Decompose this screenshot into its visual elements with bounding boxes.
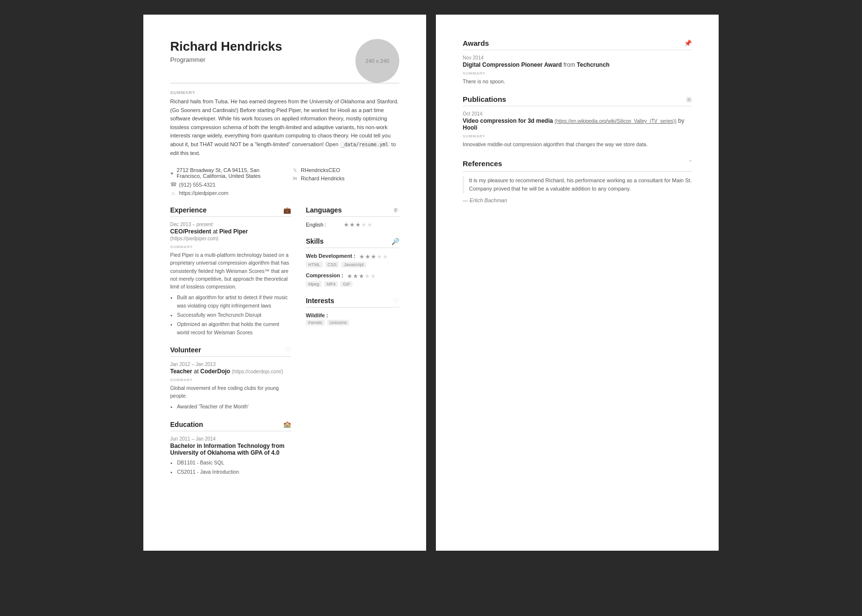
left-page: Richard Hendricks Programmer 240 x 240 S…	[143, 15, 426, 551]
edu-bullets: DB1101 - Basic SQL CS2011 - Java Introdu…	[170, 459, 291, 476]
experience-icon: 💼	[283, 207, 291, 214]
award-summary-label: SUMMARY	[463, 71, 692, 76]
photo-placeholder: 240 x 240	[355, 39, 399, 83]
publication-entry: Oct 2014 Video compression for 3d media …	[463, 111, 692, 148]
vol-role: Teacher at CoderDojo (https://coderdojo.…	[170, 368, 291, 375]
home-icon: ⌂	[170, 190, 176, 196]
awards-title: Awards	[463, 39, 489, 47]
right-page: Awards 📌 Nov 2014 Digital Compression Pi…	[436, 15, 719, 551]
webdev-tags: HTML CSS Javascript	[306, 262, 399, 268]
exp-bullets: Built an algorithm for artist to detect …	[170, 293, 291, 336]
skills-title: Skills	[306, 237, 324, 245]
summary-section: SUMMARY Richard hails from Tulsa. He has…	[170, 90, 399, 157]
volunteer-title: Volunteer	[170, 346, 201, 354]
interests-icon: ♡	[393, 297, 399, 305]
education-section: Education 🏫 Jun 2011 – Jan 2014 Bachelor…	[170, 421, 291, 476]
interest-wildlife: Wildlife : Ferrets Unicorns	[306, 312, 399, 326]
language-english: English :	[306, 222, 399, 228]
languages-title: Languages	[306, 206, 342, 214]
publications-section: Publications ▣ Oct 2014 Video compressio…	[463, 95, 692, 148]
edu-bullet-2: CS2011 - Java Introduction	[177, 468, 291, 476]
languages-icon: 🗣	[393, 207, 399, 214]
summary-label: SUMMARY	[170, 90, 399, 95]
exp-summary-label: SUMMARY	[170, 245, 291, 249]
skills-icon: 🔎	[392, 238, 399, 245]
wildlife-tags: Ferrets Unicorns	[306, 320, 399, 326]
edu-degree: Bachelor in Information Technology from …	[170, 443, 291, 456]
pub-date: Oct 2014	[463, 111, 692, 116]
vol-date: Jan 2012 – Jan 2013	[170, 362, 291, 367]
vol-bullets: Awarded 'Teacher of the Month'	[170, 403, 291, 410]
skill-webdev: Web Development : HTML CSS Javascript	[306, 253, 399, 268]
summary-text: Richard hails from Tulsa. He has earned …	[170, 97, 399, 157]
references-section: References ” It is my pleasure to recomm…	[463, 158, 692, 203]
interests-title: Interests	[306, 297, 334, 305]
award-description: There is no spoon.	[463, 77, 692, 85]
phone-link[interactable]: (912) 555-4321	[179, 182, 216, 188]
compression-tags: Mpeg MP4 GIF	[306, 281, 399, 287]
volunteer-icon: ♡	[285, 346, 291, 353]
twitter-icon: 𝕏	[292, 168, 298, 173]
skill-compression: Compression : Mpeg MP4 GIF	[306, 272, 399, 287]
pub-link[interactable]: (https://en.wikipedia.org/wiki/Silicon_V…	[555, 118, 677, 124]
website-link[interactable]: https://piedpiper.com	[179, 190, 229, 196]
compression-stars	[347, 274, 375, 279]
webdev-stars	[359, 254, 388, 259]
vol-description: Global movement of free coding clubs for…	[170, 384, 291, 400]
contact-linkedin: in Richard Hendricks	[292, 175, 399, 181]
awards-icon: 📌	[684, 39, 692, 47]
exp-role: CEO/President at Pied Piper (https://pie…	[170, 228, 291, 242]
volunteer-entry: Jan 2012 – Jan 2013 Teacher at CoderDojo…	[170, 362, 291, 411]
linkedin-icon: in	[292, 176, 298, 181]
experience-title: Experience	[170, 206, 207, 214]
vol-company-link[interactable]: (https://coderdojo.com/)	[232, 369, 283, 374]
pub-description: Innovative middle-out compression algori…	[463, 140, 692, 148]
reference-entry: It is my pleasure to recommend Richard, …	[463, 176, 692, 203]
skills-section: Skills 🔎 Web Development :	[306, 237, 399, 287]
exp-bullet-3: Optimized an algorithm that holds the cu…	[177, 320, 291, 336]
contact-phone: ☎ (912) 555-4321	[170, 181, 277, 188]
contact-address: ● 2712 Broadway St, CA 94115, San Franci…	[170, 167, 277, 179]
exp-date: Dec 2013 – present	[170, 222, 291, 227]
exp-company-link[interactable]: (https://piedpiper.com)	[170, 236, 218, 241]
exp-bullet-1: Built an algorithm for artist to detect …	[177, 293, 291, 309]
person-name: Richard Hendricks	[170, 39, 282, 54]
volunteer-section: Volunteer ♡ Jan 2012 – Jan 2013 Teacher …	[170, 346, 291, 411]
award-title: Digital Compression Pioneer Award from T…	[463, 61, 692, 68]
phone-icon: ☎	[170, 181, 176, 188]
award-entry: Nov 2014 Digital Compression Pioneer Awa…	[463, 55, 692, 85]
publications-title: Publications	[463, 95, 506, 103]
education-entry: Jun 2011 – Jan 2014 Bachelor in Informat…	[170, 436, 291, 476]
person-title: Programmer	[170, 56, 282, 63]
award-date: Nov 2014	[463, 55, 692, 60]
experience-section: Experience 💼 Dec 2013 – present CEO/Pres…	[170, 206, 291, 336]
contact-twitter: 𝕏 RHendricksCEO	[292, 167, 399, 173]
english-stars	[344, 222, 372, 227]
edu-bullet-1: DB1101 - Basic SQL	[177, 459, 291, 466]
experience-entry: Dec 2013 – present CEO/President at Pied…	[170, 222, 291, 336]
location-icon: ●	[170, 170, 174, 176]
contact-section: ● 2712 Broadway St, CA 94115, San Franci…	[170, 167, 399, 198]
pub-summary-label: SUMMARY	[463, 134, 692, 138]
languages-section: Languages 🗣 English :	[306, 206, 399, 228]
awards-section: Awards 📌 Nov 2014 Digital Compression Pi…	[463, 39, 692, 85]
education-icon: 🏫	[283, 421, 291, 428]
reference-author: — Erlich Bachman	[463, 197, 692, 203]
pub-title: Video compression for 3d media (https://…	[463, 117, 692, 131]
references-icon: ”	[689, 158, 692, 169]
contact-website: ⌂ https://piedpiper.com	[170, 190, 277, 196]
interests-section: Interests ♡ Wildlife : Ferrets Unicorns	[306, 297, 399, 326]
exp-description: Pied Piper is a multi-platform technolog…	[170, 251, 291, 290]
reference-text: It is my pleasure to recommend Richard, …	[463, 176, 692, 193]
publications-icon: ▣	[686, 96, 692, 103]
exp-bullet-2: Successfully won Techcrunch Disrupt	[177, 311, 291, 319]
edu-date: Jun 2011 – Jan 2014	[170, 436, 291, 442]
vol-summary-label: SUMMARY	[170, 378, 291, 382]
vol-bullet-1: Awarded 'Teacher of the Month'	[177, 403, 291, 410]
education-title: Education	[170, 421, 203, 428]
references-title: References	[463, 159, 502, 168]
